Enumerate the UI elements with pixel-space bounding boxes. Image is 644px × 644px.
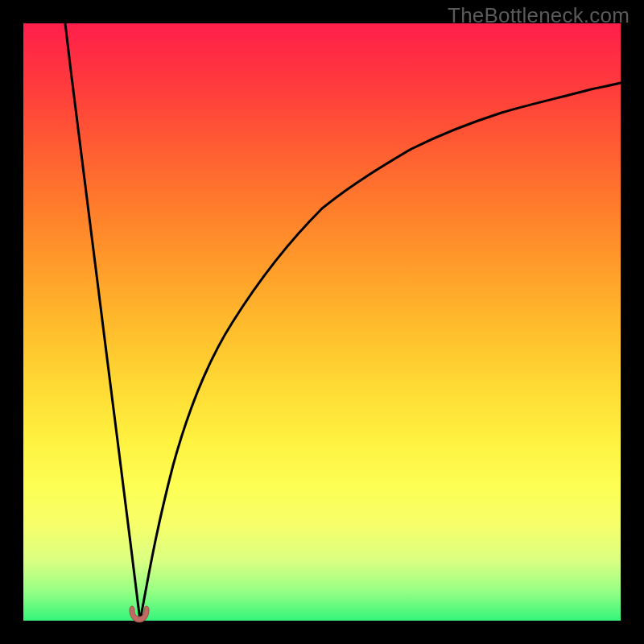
left-branch-curve	[65, 23, 140, 621]
bottleneck-curves	[23, 23, 621, 621]
chart-plot-area	[23, 23, 621, 621]
right-branch-curve	[140, 83, 621, 621]
